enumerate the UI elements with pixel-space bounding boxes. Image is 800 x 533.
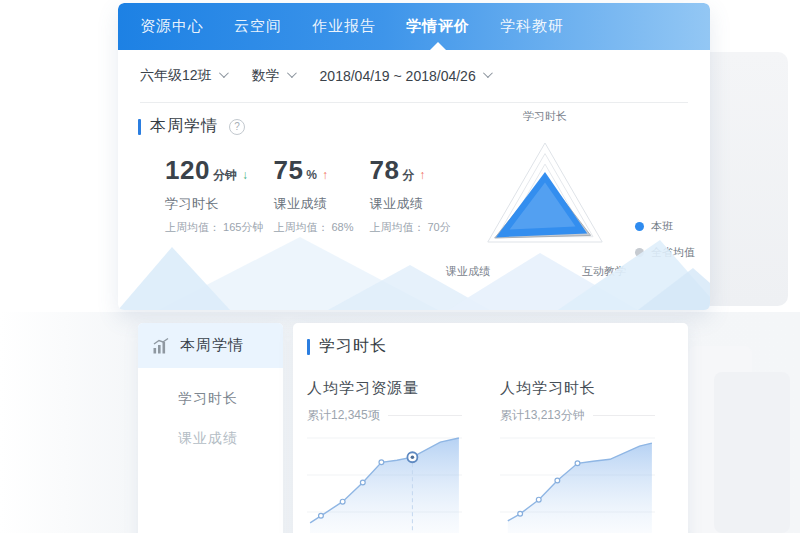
top-navigation: 资源中心 云空间 作业报告 学情评价 学科教研 [118, 3, 710, 50]
nav-tab-learning-evaluation[interactable]: 学情评价 [406, 3, 470, 50]
panel-title: 人均学习资源量 [307, 379, 462, 398]
total-underline [388, 415, 462, 416]
nav-tab-subject-research[interactable]: 学科教研 [500, 3, 564, 50]
stat-label: 学习时长 [165, 195, 263, 213]
study-duration-title: 学习时长 [319, 336, 387, 357]
accent-bar [307, 339, 310, 355]
stat-previous-average: 上周均值： 68% [273, 220, 359, 235]
date-range-value: 2018/04/19 ~ 2018/04/26 [320, 68, 476, 84]
class-dropdown[interactable]: 六年级12班 [140, 67, 226, 85]
trend-down-icon: ↓ [242, 168, 248, 182]
trend-up-icon: ↑ [322, 168, 328, 182]
avg-duration-line-chart [500, 430, 655, 533]
panel-total: 累计12,345项 [307, 407, 380, 424]
sidebar-item-label: 本周学情 [180, 336, 244, 355]
chevron-down-icon [219, 68, 229, 78]
decorative-mountains [118, 235, 710, 310]
sidebar-item-weekly-overview[interactable]: 本周学情 [138, 323, 283, 368]
subject-dropdown-value: 数学 [252, 67, 280, 85]
stat-unit: 分 [402, 167, 414, 184]
trend-up-icon: ↑ [419, 168, 425, 182]
panel-total: 累计13,213分钟 [500, 407, 585, 424]
sidebar-item-coursework-score[interactable]: 课业成绩 [138, 430, 283, 448]
nav-tab-resource-center[interactable]: 资源中心 [140, 3, 204, 50]
avg-resources-line-chart [307, 430, 462, 533]
stat-coursework-score-pct: 75 % ↑ 课业成绩 上周均值： 68% [273, 155, 359, 235]
panel-avg-resources: 人均学习资源量 累计12,345项 [307, 379, 462, 533]
stat-previous-average: 上周均值： 165分钟 [165, 220, 263, 235]
stat-value: 120 [165, 155, 210, 186]
filter-divider [140, 102, 688, 103]
stat-study-duration: 120 分钟 ↓ 学习时长 上周均值： 165分钟 [165, 155, 263, 235]
study-duration-header: 学习时长 [307, 336, 674, 357]
accent-bar [138, 119, 141, 135]
stat-label: 课业成绩 [273, 195, 359, 213]
sidebar-item-study-duration[interactable]: 学习时长 [138, 390, 283, 408]
chart-panels: 人均学习资源量 累计12,345项 人均学习时长 累计13,213分钟 [307, 379, 674, 533]
stacked-card-behind-bottom-2 [714, 372, 790, 533]
stat-unit: 分钟 [213, 167, 237, 184]
filter-bar: 六年级12班 数学 2018/04/19 ~ 2018/04/26 [118, 50, 710, 102]
date-range-dropdown[interactable]: 2018/04/19 ~ 2018/04/26 [320, 68, 490, 84]
total-underline [593, 415, 655, 416]
legend-dot-class [635, 222, 644, 231]
study-duration-card: 学习时长 人均学习资源量 累计12,345项 人均学习时长 累计13,213分钟 [293, 323, 688, 533]
chevron-down-icon [287, 68, 297, 78]
overview-card: 资源中心 云空间 作业报告 学情评价 学科教研 六年级12班 数学 2018/0… [118, 3, 710, 310]
panel-title: 人均学习时长 [500, 379, 655, 398]
overview-title: 本周学情 [150, 116, 218, 137]
weekly-stats: 120 分钟 ↓ 学习时长 上周均值： 165分钟 75 % ↑ 课业成绩 上周… [165, 155, 455, 235]
subject-dropdown[interactable]: 数学 [252, 67, 294, 85]
nav-tab-homework-report[interactable]: 作业报告 [312, 3, 376, 50]
stacked-card-behind-top [700, 52, 788, 306]
stat-value: 78 [369, 155, 399, 186]
help-icon[interactable]: ? [229, 119, 245, 135]
legend-item-class[interactable]: 本班 [635, 219, 695, 234]
legend-label: 本班 [651, 219, 673, 234]
detail-sidebar-card: 本周学情 学习时长 课业成绩 [138, 323, 283, 533]
stat-value: 75 [273, 155, 303, 186]
panel-avg-duration: 人均学习时长 累计13,213分钟 [500, 379, 655, 533]
chevron-down-icon [483, 68, 493, 78]
bar-chart-icon [151, 336, 171, 356]
stat-unit: % [306, 168, 317, 182]
class-dropdown-value: 六年级12班 [140, 67, 212, 85]
nav-tab-cloud-space[interactable]: 云空间 [234, 3, 282, 50]
radar-axis-study-duration: 学习时长 [523, 109, 567, 124]
page: 资源中心 云空间 作业报告 学情评价 学科教研 六年级12班 数学 2018/0… [0, 0, 800, 533]
